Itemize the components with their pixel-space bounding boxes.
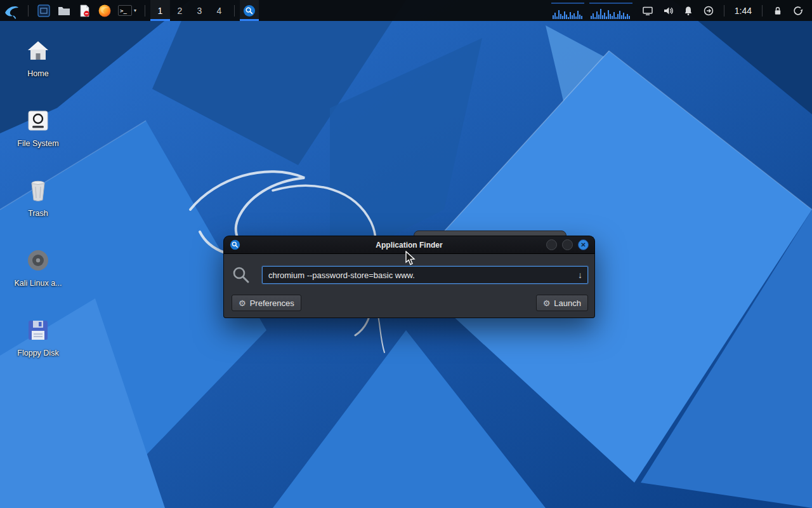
speaker-icon xyxy=(662,5,674,17)
firefox-icon xyxy=(98,4,112,18)
logout-icon xyxy=(792,5,804,17)
desktop-icon-list: Home File System Trash xyxy=(8,36,69,385)
lock-icon xyxy=(772,5,783,17)
network-monitor-graph[interactable] xyxy=(589,3,632,19)
gear-icon: ⚙ xyxy=(239,298,246,308)
search-icon xyxy=(232,265,253,284)
top-panel: >_ ▾ 1 2 3 4 xyxy=(0,0,812,21)
panel-separator xyxy=(28,5,29,17)
lock-screen-button[interactable] xyxy=(768,0,788,21)
folder-icon xyxy=(57,4,71,18)
panel-separator xyxy=(724,5,724,17)
panel-separator xyxy=(762,5,763,17)
preferences-button[interactable]: ⚙ Preferences xyxy=(232,295,301,311)
window-title: Application Finder xyxy=(224,241,594,250)
notifications-tray-button[interactable] xyxy=(678,0,698,21)
bell-icon xyxy=(683,5,694,17)
application-finder-window: Application Finder ✕ ↓ xyxy=(223,236,595,318)
terminal-dropdown-chevron-icon[interactable]: ▾ xyxy=(134,8,136,13)
panel-separator xyxy=(145,5,145,17)
session-logout-button[interactable] xyxy=(788,0,808,21)
maximize-button[interactable] xyxy=(562,239,573,250)
workspace-1[interactable]: 1 xyxy=(150,0,170,21)
close-button[interactable]: ✕ xyxy=(578,239,589,250)
file-system-icon xyxy=(25,108,51,133)
terminal-launcher[interactable]: >_ ▾ xyxy=(115,0,140,21)
minimize-button[interactable] xyxy=(546,239,557,250)
system-monitor-graph[interactable] xyxy=(551,3,584,19)
terminal-prompt: >_ xyxy=(120,8,127,14)
file-manager-launcher[interactable] xyxy=(54,0,74,21)
sync-status-icon xyxy=(703,5,714,17)
workspace-2[interactable]: 2 xyxy=(170,0,190,21)
panel-separator xyxy=(234,5,235,17)
text-editor-launcher[interactable] xyxy=(74,0,95,21)
disc-icon xyxy=(25,248,51,273)
taskbar-application-finder[interactable] xyxy=(240,0,259,21)
desktop-icon-kali-volume[interactable]: Kali Linux a... xyxy=(8,245,69,288)
window-app-finder-icon xyxy=(230,239,240,250)
status-tray-button[interactable] xyxy=(698,0,719,21)
display-icon xyxy=(642,5,653,17)
desktop-icon-file-system[interactable]: File System xyxy=(8,105,69,148)
terminal-icon: >_ xyxy=(118,5,132,16)
display-tray-button[interactable] xyxy=(638,0,658,21)
finder-body: ↓ ⚙ Preferences ⚙ Launch xyxy=(223,254,595,318)
floppy-icon xyxy=(25,318,51,343)
desktop-icon-floppy[interactable]: Floppy Disk xyxy=(8,315,69,358)
launch-button[interactable]: ⚙ Launch xyxy=(536,295,588,311)
kali-menu-button[interactable] xyxy=(0,0,23,21)
desktop-icon-home[interactable]: Home xyxy=(8,36,69,78)
workspace-4[interactable]: 4 xyxy=(209,0,229,21)
launch-gear-icon: ⚙ xyxy=(543,298,551,308)
volume-tray-button[interactable] xyxy=(658,0,678,21)
desktop-icon-trash[interactable]: Trash xyxy=(8,175,69,218)
workspace-3[interactable]: 3 xyxy=(190,0,209,21)
home-icon xyxy=(25,37,51,64)
kali-logo-icon xyxy=(3,3,20,19)
app-finder-icon xyxy=(243,4,256,17)
close-icon: ✕ xyxy=(580,241,586,248)
window-app-launcher[interactable] xyxy=(34,0,54,21)
window-app-icon xyxy=(37,4,51,18)
history-dropdown-icon[interactable]: ↓ xyxy=(578,270,582,280)
titlebar[interactable]: Application Finder ✕ xyxy=(223,236,595,254)
trash-icon xyxy=(25,178,51,203)
command-input[interactable] xyxy=(262,266,588,284)
document-icon xyxy=(77,4,91,18)
desktop: >_ ▾ 1 2 3 4 xyxy=(0,0,812,508)
panel-clock[interactable]: 1:44 xyxy=(730,6,757,16)
firefox-launcher[interactable] xyxy=(95,0,115,21)
